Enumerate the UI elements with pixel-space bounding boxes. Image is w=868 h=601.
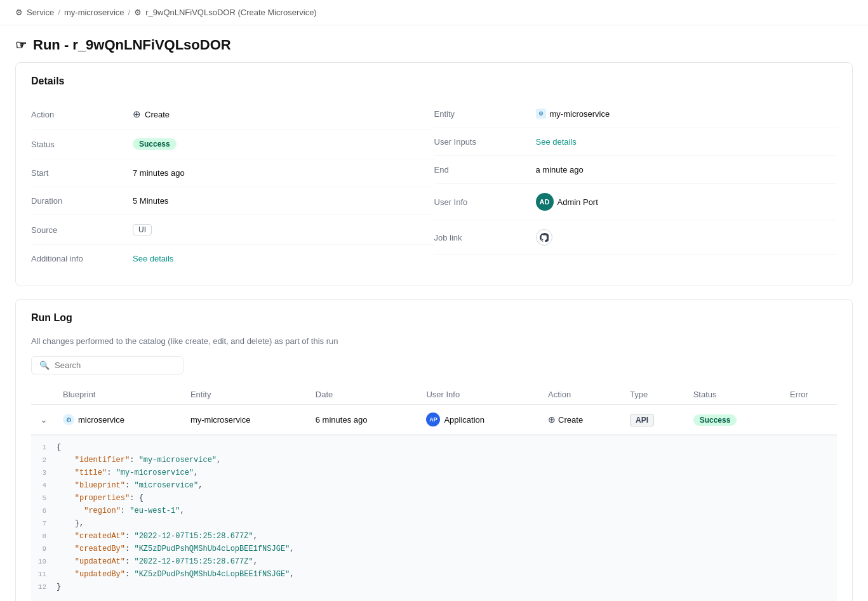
duration-value: 5 Minutes [133,196,168,206]
user-inputs-value[interactable]: See details [536,137,577,147]
json-line: 12} [31,583,837,595]
col-error: Error [784,385,837,405]
runlog-table-wrap: Blueprint Entity Date User Info Action T… [31,385,837,601]
json-line: 2 "identifier": "my-microservice", [31,456,837,468]
action-label: Action [31,110,133,119]
action-value: ⊕ Create [133,109,170,120]
source-ui-badge: UI [133,224,152,235]
search-input[interactable] [55,360,175,370]
search-box[interactable]: 🔍 [31,356,184,374]
detail-end-row: End a minute ago [434,156,838,184]
detail-source-row: Source UI [31,215,434,245]
row-expand[interactable]: ⌄ [31,405,57,435]
detail-empty-row [434,255,838,273]
status-badge: Success [693,414,737,426]
action-create-icon: ⊕ [548,414,556,425]
duration-label: Duration [31,196,133,206]
details-card: Details Action ⊕ Create Status Success S [15,62,853,286]
search-icon: 🔍 [39,360,50,370]
row-status: Success [687,405,784,435]
additional-info-label: Additional info [31,254,133,263]
detail-entity-row: Entity ⚙ my-microservice [434,100,838,128]
type-badge: API [630,414,654,426]
page-title: Run - r_9wQnLNFiVQLsoDOR [33,37,231,53]
user-info-text: Application [444,415,484,425]
json-line: 3 "title": "my-microservice", [31,468,837,481]
expand-chevron[interactable]: ⌄ [37,413,50,426]
col-status: Status [687,385,784,405]
additional-info-value[interactable]: See details [133,254,173,263]
source-label: Source [31,225,133,235]
json-line: 11 "updatedBy": "KZ5zDPudPshQMShUb4cLopB… [31,570,837,583]
user-info-label: User Info [434,197,536,207]
detail-status-row: Status Success [31,129,434,159]
status-badge: Success [133,138,177,150]
end-label: End [434,165,536,175]
json-line: 1{ [31,443,837,456]
row-user-info: AP Application [420,405,542,435]
runlog-card: Run Log All changes performed to the cat… [15,299,853,601]
row-blueprint: ⚙ microservice [57,405,184,435]
additional-info-link[interactable]: See details [133,254,173,263]
table-header-row: Blueprint Entity Date User Info Action T… [31,385,837,405]
job-link-label: Job link [434,233,536,242]
col-date: Date [309,385,420,405]
json-line: 9 "createdBy": "KZ5zDPudPshQMShUb4cLopBE… [31,545,837,557]
breadcrumb-run[interactable]: r_9wQnLNFiVQLsoDOR (Create Microservice) [145,8,316,17]
entity-label: Entity [434,109,536,119]
user-info-avatar: AD [536,193,554,211]
json-block: 1{2 "identifier": "my-microservice",3 "t… [31,435,837,601]
detail-user-inputs-row: User Inputs See details [434,128,838,156]
breadcrumb: ⚙ Service / my-microservice / ⚙ r_9wQnLN… [0,0,868,25]
detail-start-row: Start 7 minutes ago [31,159,434,187]
json-line: 8 "createdAt": "2022-12-07T15:25:28.677Z… [31,532,837,545]
status-label: Status [31,140,133,149]
runlog-table: Blueprint Entity Date User Info Action T… [31,385,837,435]
row-date: 6 minutes ago [309,405,420,435]
details-title: Details [31,76,837,87]
detail-action-row: Action ⊕ Create [31,100,434,129]
breadcrumb-icon2: ⚙ [134,8,142,17]
col-user-info: User Info [420,385,542,405]
detail-duration-row: Duration 5 Minutes [31,187,434,215]
table-row: ⌄ ⚙ microservice my-microservice 6 minut… [31,405,837,435]
detail-job-link-row: Job link [434,220,838,255]
job-link-value[interactable] [536,229,552,246]
row-entity: my-microservice [184,405,309,435]
user-inputs-label: User Inputs [434,137,536,147]
json-line: 6 "region": "eu-west-1", [31,506,837,519]
col-action: Action [542,385,624,405]
row-action: ⊕ Create [542,405,624,435]
source-value: UI [133,224,152,235]
col-expand [31,385,57,405]
create-icon: ⊕ [133,109,141,120]
runlog-description: All changes performed to the catalog (li… [31,336,837,346]
breadcrumb-service[interactable]: Service [27,8,54,17]
start-value: 7 minutes ago [133,168,185,178]
json-line: 7 }, [31,519,837,532]
entity-value: ⚙ my-microservice [536,109,610,119]
entity-icon: ⚙ [536,109,546,119]
json-line: 10 "updatedAt": "2022-12-07T15:25:28.677… [31,557,837,570]
github-icon[interactable] [536,229,552,246]
page-title-icon: ☞ [15,37,27,53]
col-entity: Entity [184,385,309,405]
breadcrumb-icon: ⚙ [15,8,23,17]
user-inputs-link[interactable]: See details [536,137,577,147]
user-info-name: Admin Port [558,197,598,207]
app-avatar: AP [426,413,440,426]
detail-additional-row: Additional info See details [31,245,434,272]
row-type: API [624,405,687,435]
col-type: Type [624,385,687,405]
row-error [784,405,837,435]
json-line: 5 "properties": { [31,494,837,506]
page-title-container: ☞ Run - r_9wQnLNFiVQLsoDOR [0,25,868,62]
blueprint-label: microservice [78,415,124,425]
breadcrumb-microservice[interactable]: my-microservice [64,8,124,17]
detail-user-info-row: User Info AD Admin Port [434,184,838,220]
status-value: Success [133,138,177,150]
user-info-value: AD Admin Port [536,193,598,211]
start-label: Start [31,168,133,178]
blueprint-icon: ⚙ [63,414,74,425]
json-line: 4 "blueprint": "microservice", [31,481,837,494]
